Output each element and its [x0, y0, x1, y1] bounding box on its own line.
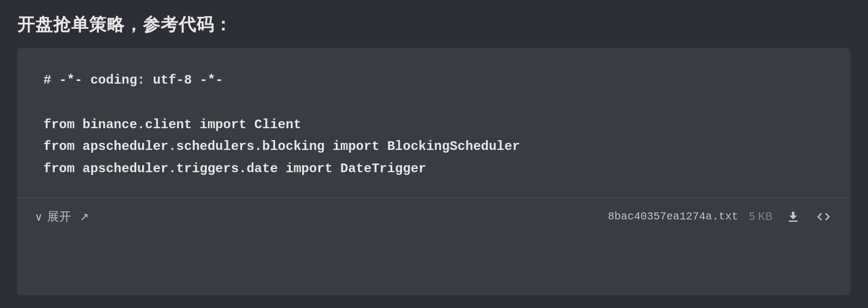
filename: 8bac40357ea1274a.txt — [608, 210, 738, 223]
expand-arrow-icon[interactable]: ↗ — [80, 210, 89, 223]
download-icon — [786, 209, 801, 224]
code-view-button[interactable] — [814, 207, 833, 227]
page-title: 开盘抢单策略，参考代码： — [17, 13, 851, 37]
footer-bar: ∨ 展开 ↗ 8bac40357ea1274a.txt 5 KB — [17, 198, 851, 235]
code-content: # -*- coding: utf-8 -*- from binance.cli… — [43, 70, 825, 180]
code-icon — [816, 209, 831, 224]
code-area: # -*- coding: utf-8 -*- from binance.cli… — [17, 48, 851, 198]
filesize: 5 KB — [749, 210, 773, 223]
download-button[interactable] — [783, 207, 803, 227]
footer-left: ∨ 展开 ↗ — [35, 209, 89, 225]
chevron-down-icon: ∨ — [35, 210, 43, 223]
code-line-5: from apscheduler.triggers.date import Da… — [43, 161, 426, 176]
footer-right: 8bac40357ea1274a.txt 5 KB — [608, 207, 833, 227]
expand-button[interactable]: ∨ 展开 — [35, 209, 71, 225]
expand-label: 展开 — [47, 209, 71, 225]
code-line-4: from apscheduler.schedulers.blocking imp… — [43, 139, 520, 154]
code-line-1: # -*- coding: utf-8 -*- — [43, 73, 223, 87]
code-block-container: # -*- coding: utf-8 -*- from binance.cli… — [17, 48, 851, 295]
code-line-3: from binance.client import Client — [43, 117, 301, 132]
